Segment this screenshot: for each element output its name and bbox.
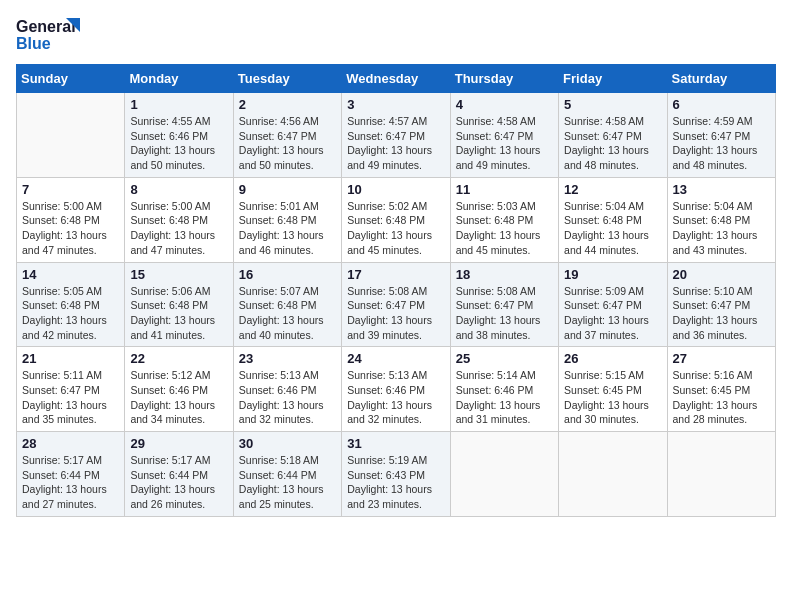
- day-number: 13: [673, 182, 770, 197]
- calendar-day-cell: 25Sunrise: 5:14 AM Sunset: 6:46 PM Dayli…: [450, 347, 558, 432]
- header-wednesday: Wednesday: [342, 65, 450, 93]
- day-detail: Sunrise: 5:07 AM Sunset: 6:48 PM Dayligh…: [239, 284, 336, 343]
- day-number: 15: [130, 267, 227, 282]
- calendar-day-cell: 16Sunrise: 5:07 AM Sunset: 6:48 PM Dayli…: [233, 262, 341, 347]
- header-tuesday: Tuesday: [233, 65, 341, 93]
- calendar-day-cell: 4Sunrise: 4:58 AM Sunset: 6:47 PM Daylig…: [450, 93, 558, 178]
- calendar-day-cell: 22Sunrise: 5:12 AM Sunset: 6:46 PM Dayli…: [125, 347, 233, 432]
- day-number: 24: [347, 351, 444, 366]
- calendar-week-row: 7Sunrise: 5:00 AM Sunset: 6:48 PM Daylig…: [17, 177, 776, 262]
- day-number: 20: [673, 267, 770, 282]
- calendar-day-cell: 9Sunrise: 5:01 AM Sunset: 6:48 PM Daylig…: [233, 177, 341, 262]
- calendar-day-cell: 13Sunrise: 5:04 AM Sunset: 6:48 PM Dayli…: [667, 177, 775, 262]
- empty-cell: [450, 432, 558, 517]
- calendar-header-row: SundayMondayTuesdayWednesdayThursdayFrid…: [17, 65, 776, 93]
- day-number: 28: [22, 436, 119, 451]
- calendar-day-cell: 27Sunrise: 5:16 AM Sunset: 6:45 PM Dayli…: [667, 347, 775, 432]
- day-number: 18: [456, 267, 553, 282]
- day-detail: Sunrise: 5:10 AM Sunset: 6:47 PM Dayligh…: [673, 284, 770, 343]
- calendar-day-cell: 28Sunrise: 5:17 AM Sunset: 6:44 PM Dayli…: [17, 432, 125, 517]
- day-detail: Sunrise: 5:13 AM Sunset: 6:46 PM Dayligh…: [347, 368, 444, 427]
- day-detail: Sunrise: 5:19 AM Sunset: 6:43 PM Dayligh…: [347, 453, 444, 512]
- calendar-day-cell: 29Sunrise: 5:17 AM Sunset: 6:44 PM Dayli…: [125, 432, 233, 517]
- day-detail: Sunrise: 5:03 AM Sunset: 6:48 PM Dayligh…: [456, 199, 553, 258]
- calendar-day-cell: 23Sunrise: 5:13 AM Sunset: 6:46 PM Dayli…: [233, 347, 341, 432]
- calendar-day-cell: 19Sunrise: 5:09 AM Sunset: 6:47 PM Dayli…: [559, 262, 667, 347]
- calendar-week-row: 28Sunrise: 5:17 AM Sunset: 6:44 PM Dayli…: [17, 432, 776, 517]
- calendar-day-cell: 14Sunrise: 5:05 AM Sunset: 6:48 PM Dayli…: [17, 262, 125, 347]
- empty-cell: [17, 93, 125, 178]
- svg-text:Blue: Blue: [16, 35, 51, 52]
- empty-cell: [559, 432, 667, 517]
- day-detail: Sunrise: 5:12 AM Sunset: 6:46 PM Dayligh…: [130, 368, 227, 427]
- day-number: 5: [564, 97, 661, 112]
- calendar-day-cell: 10Sunrise: 5:02 AM Sunset: 6:48 PM Dayli…: [342, 177, 450, 262]
- calendar-day-cell: 11Sunrise: 5:03 AM Sunset: 6:48 PM Dayli…: [450, 177, 558, 262]
- calendar-day-cell: 30Sunrise: 5:18 AM Sunset: 6:44 PM Dayli…: [233, 432, 341, 517]
- day-detail: Sunrise: 4:56 AM Sunset: 6:47 PM Dayligh…: [239, 114, 336, 173]
- calendar-day-cell: 1Sunrise: 4:55 AM Sunset: 6:46 PM Daylig…: [125, 93, 233, 178]
- day-detail: Sunrise: 5:05 AM Sunset: 6:48 PM Dayligh…: [22, 284, 119, 343]
- day-number: 1: [130, 97, 227, 112]
- calendar-day-cell: 18Sunrise: 5:08 AM Sunset: 6:47 PM Dayli…: [450, 262, 558, 347]
- calendar-day-cell: 21Sunrise: 5:11 AM Sunset: 6:47 PM Dayli…: [17, 347, 125, 432]
- day-detail: Sunrise: 5:17 AM Sunset: 6:44 PM Dayligh…: [22, 453, 119, 512]
- day-number: 9: [239, 182, 336, 197]
- day-number: 6: [673, 97, 770, 112]
- calendar-day-cell: 24Sunrise: 5:13 AM Sunset: 6:46 PM Dayli…: [342, 347, 450, 432]
- day-number: 19: [564, 267, 661, 282]
- day-detail: Sunrise: 5:13 AM Sunset: 6:46 PM Dayligh…: [239, 368, 336, 427]
- calendar-day-cell: 7Sunrise: 5:00 AM Sunset: 6:48 PM Daylig…: [17, 177, 125, 262]
- day-detail: Sunrise: 5:16 AM Sunset: 6:45 PM Dayligh…: [673, 368, 770, 427]
- header-thursday: Thursday: [450, 65, 558, 93]
- logo-svg: GeneralBlue: [16, 16, 86, 54]
- day-number: 25: [456, 351, 553, 366]
- day-number: 4: [456, 97, 553, 112]
- logo: GeneralBlue: [16, 16, 86, 54]
- day-detail: Sunrise: 5:00 AM Sunset: 6:48 PM Dayligh…: [130, 199, 227, 258]
- day-number: 29: [130, 436, 227, 451]
- day-detail: Sunrise: 4:58 AM Sunset: 6:47 PM Dayligh…: [564, 114, 661, 173]
- day-number: 27: [673, 351, 770, 366]
- day-detail: Sunrise: 5:01 AM Sunset: 6:48 PM Dayligh…: [239, 199, 336, 258]
- day-number: 3: [347, 97, 444, 112]
- calendar-day-cell: 3Sunrise: 4:57 AM Sunset: 6:47 PM Daylig…: [342, 93, 450, 178]
- day-detail: Sunrise: 5:02 AM Sunset: 6:48 PM Dayligh…: [347, 199, 444, 258]
- day-detail: Sunrise: 5:11 AM Sunset: 6:47 PM Dayligh…: [22, 368, 119, 427]
- day-detail: Sunrise: 5:06 AM Sunset: 6:48 PM Dayligh…: [130, 284, 227, 343]
- header-friday: Friday: [559, 65, 667, 93]
- day-number: 10: [347, 182, 444, 197]
- header-monday: Monday: [125, 65, 233, 93]
- day-detail: Sunrise: 4:55 AM Sunset: 6:46 PM Dayligh…: [130, 114, 227, 173]
- day-detail: Sunrise: 5:08 AM Sunset: 6:47 PM Dayligh…: [347, 284, 444, 343]
- day-detail: Sunrise: 4:59 AM Sunset: 6:47 PM Dayligh…: [673, 114, 770, 173]
- day-detail: Sunrise: 5:14 AM Sunset: 6:46 PM Dayligh…: [456, 368, 553, 427]
- calendar-day-cell: 15Sunrise: 5:06 AM Sunset: 6:48 PM Dayli…: [125, 262, 233, 347]
- calendar-day-cell: 2Sunrise: 4:56 AM Sunset: 6:47 PM Daylig…: [233, 93, 341, 178]
- day-number: 17: [347, 267, 444, 282]
- calendar-day-cell: 20Sunrise: 5:10 AM Sunset: 6:47 PM Dayli…: [667, 262, 775, 347]
- day-number: 16: [239, 267, 336, 282]
- day-detail: Sunrise: 4:58 AM Sunset: 6:47 PM Dayligh…: [456, 114, 553, 173]
- day-detail: Sunrise: 5:08 AM Sunset: 6:47 PM Dayligh…: [456, 284, 553, 343]
- calendar-day-cell: 31Sunrise: 5:19 AM Sunset: 6:43 PM Dayli…: [342, 432, 450, 517]
- calendar-day-cell: 17Sunrise: 5:08 AM Sunset: 6:47 PM Dayli…: [342, 262, 450, 347]
- empty-cell: [667, 432, 775, 517]
- page-header: GeneralBlue: [16, 16, 776, 54]
- header-sunday: Sunday: [17, 65, 125, 93]
- day-detail: Sunrise: 5:18 AM Sunset: 6:44 PM Dayligh…: [239, 453, 336, 512]
- svg-text:General: General: [16, 18, 76, 35]
- day-detail: Sunrise: 5:17 AM Sunset: 6:44 PM Dayligh…: [130, 453, 227, 512]
- day-number: 8: [130, 182, 227, 197]
- calendar-day-cell: 5Sunrise: 4:58 AM Sunset: 6:47 PM Daylig…: [559, 93, 667, 178]
- day-detail: Sunrise: 5:04 AM Sunset: 6:48 PM Dayligh…: [564, 199, 661, 258]
- calendar-week-row: 1Sunrise: 4:55 AM Sunset: 6:46 PM Daylig…: [17, 93, 776, 178]
- day-number: 30: [239, 436, 336, 451]
- day-detail: Sunrise: 5:15 AM Sunset: 6:45 PM Dayligh…: [564, 368, 661, 427]
- day-detail: Sunrise: 5:04 AM Sunset: 6:48 PM Dayligh…: [673, 199, 770, 258]
- day-detail: Sunrise: 4:57 AM Sunset: 6:47 PM Dayligh…: [347, 114, 444, 173]
- day-number: 12: [564, 182, 661, 197]
- calendar-day-cell: 26Sunrise: 5:15 AM Sunset: 6:45 PM Dayli…: [559, 347, 667, 432]
- calendar-day-cell: 6Sunrise: 4:59 AM Sunset: 6:47 PM Daylig…: [667, 93, 775, 178]
- day-number: 31: [347, 436, 444, 451]
